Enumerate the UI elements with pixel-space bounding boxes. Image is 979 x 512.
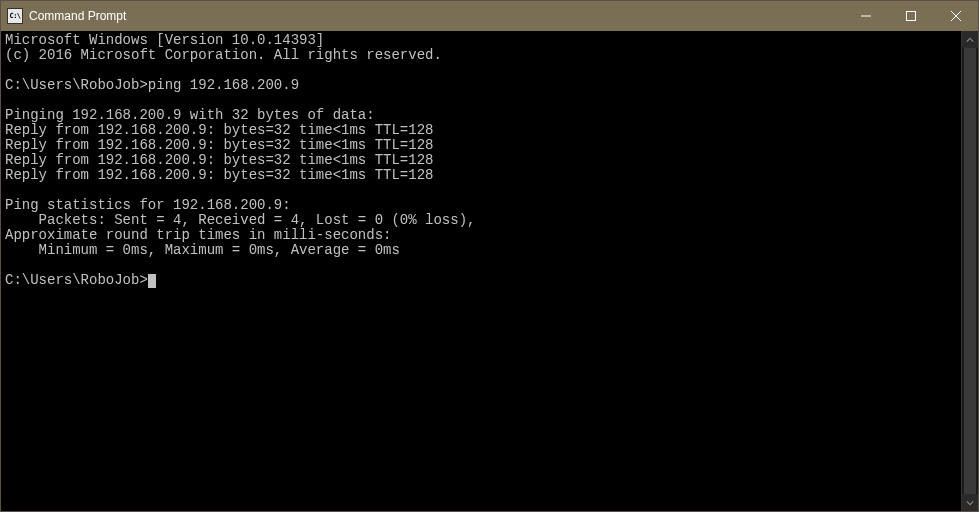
command-prompt-window: C:\ Command Prompt Microsoft Windows [Ve… bbox=[0, 0, 979, 512]
content-area: Microsoft Windows [Version 10.0.14393] (… bbox=[1, 31, 978, 511]
maximize-button[interactable] bbox=[888, 1, 933, 31]
maximize-icon bbox=[906, 11, 916, 21]
chevron-up-icon bbox=[966, 36, 974, 44]
app-icon: C:\ bbox=[7, 8, 23, 24]
vertical-scrollbar[interactable] bbox=[961, 31, 978, 511]
close-button[interactable] bbox=[933, 1, 978, 31]
minimize-icon bbox=[861, 11, 871, 21]
titlebar[interactable]: C:\ Command Prompt bbox=[1, 1, 978, 31]
scroll-track[interactable] bbox=[962, 48, 978, 494]
close-icon bbox=[951, 11, 961, 21]
window-controls bbox=[843, 1, 978, 31]
scroll-up-button[interactable] bbox=[962, 31, 978, 48]
scroll-thumb[interactable] bbox=[964, 48, 976, 494]
app-icon-label: C:\ bbox=[9, 13, 20, 20]
text-cursor bbox=[148, 274, 156, 288]
chevron-down-icon bbox=[966, 499, 974, 507]
scroll-down-button[interactable] bbox=[962, 494, 978, 511]
terminal-output[interactable]: Microsoft Windows [Version 10.0.14393] (… bbox=[1, 31, 961, 511]
window-title: Command Prompt bbox=[29, 9, 843, 23]
svg-rect-1 bbox=[906, 12, 915, 21]
minimize-button[interactable] bbox=[843, 1, 888, 31]
